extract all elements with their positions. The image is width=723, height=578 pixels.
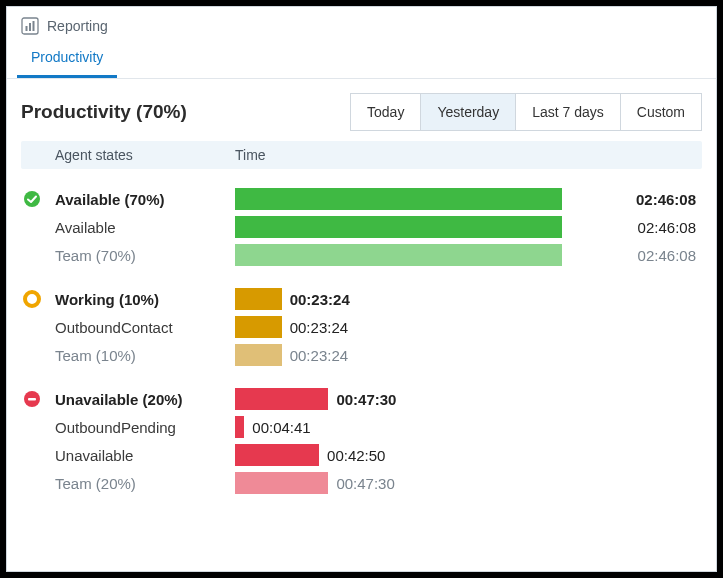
group-available: Available (70%)02:46:08Available02:46:08… (21, 169, 702, 269)
time-value: 02:46:08 (638, 247, 696, 264)
state-label: Unavailable (51, 447, 231, 464)
time-bar: 00:47:30 (235, 472, 702, 494)
state-label: Team (20%) (51, 475, 231, 492)
state-row: Available02:46:08 (21, 213, 702, 241)
time-value: 00:04:41 (252, 419, 310, 436)
time-bar-fill (235, 472, 328, 494)
window-header: Reporting (7, 7, 716, 41)
range-last7[interactable]: Last 7 days (515, 93, 621, 131)
time-bar-fill (235, 316, 282, 338)
time-bar: 02:46:08 (235, 216, 702, 238)
state-label: Team (10%) (51, 347, 231, 364)
time-bar-fill (235, 288, 282, 310)
time-bar-fill (235, 216, 562, 238)
window-title: Reporting (47, 18, 108, 34)
team-row: Team (70%)02:46:08 (21, 241, 702, 269)
time-bar-cell: 02:46:08 (231, 244, 702, 266)
table-header: Agent states Time (21, 141, 702, 169)
time-bar-cell: 00:23:24 (231, 288, 702, 310)
date-range-picker: Today Yesterday Last 7 days Custom (350, 93, 702, 131)
svg-rect-3 (33, 21, 35, 31)
time-bar: 00:04:41 (235, 416, 702, 438)
state-label: OutboundContact (51, 319, 231, 336)
tab-productivity[interactable]: Productivity (17, 41, 117, 78)
range-yesterday[interactable]: Yesterday (420, 93, 516, 131)
svg-point-5 (25, 292, 39, 306)
time-bar-cell: 00:47:30 (231, 388, 702, 410)
agent-states-table: Agent states Time Available (70%)02:46:0… (7, 141, 716, 497)
svg-rect-2 (29, 23, 31, 31)
time-bar-fill (235, 344, 282, 366)
bar-chart-icon (21, 17, 39, 35)
stop-icon (21, 390, 51, 408)
time-bar-cell: 00:47:30 (231, 472, 702, 494)
time-value: 00:23:24 (290, 347, 348, 364)
time-bar: 00:47:30 (235, 388, 702, 410)
time-value: 00:23:24 (290, 319, 348, 336)
time-value: 02:46:08 (636, 191, 696, 208)
state-label: OutboundPending (51, 419, 231, 436)
svg-rect-1 (26, 26, 28, 31)
state-label: Available (70%) (51, 191, 231, 208)
time-value: 00:42:50 (327, 447, 385, 464)
state-label: Available (51, 219, 231, 236)
time-bar: 00:23:24 (235, 316, 702, 338)
group-head-row: Available (70%)02:46:08 (21, 185, 702, 213)
time-bar-cell: 00:42:50 (231, 444, 702, 466)
check-icon (21, 190, 51, 208)
page-title: Productivity (70%) (21, 101, 187, 123)
time-bar-fill (235, 388, 328, 410)
state-row: Unavailable00:42:50 (21, 441, 702, 469)
time-bar: 00:23:24 (235, 344, 702, 366)
time-bar: 02:46:08 (235, 188, 702, 210)
time-value: 00:47:30 (336, 391, 396, 408)
column-time: Time (231, 147, 702, 163)
titlebar: Productivity (70%) Today Yesterday Last … (7, 79, 716, 141)
time-bar-fill (235, 244, 562, 266)
time-bar-cell: 02:46:08 (231, 188, 702, 210)
svg-rect-7 (28, 398, 36, 400)
svg-point-4 (24, 191, 40, 207)
group-working: Working (10%)00:23:24OutboundContact00:2… (21, 269, 702, 369)
tabs: Productivity (7, 41, 716, 79)
time-bar: 02:46:08 (235, 244, 702, 266)
team-row: Team (10%)00:23:24 (21, 341, 702, 369)
group-head-row: Working (10%)00:23:24 (21, 285, 702, 313)
team-row: Team (20%)00:47:30 (21, 469, 702, 497)
range-today[interactable]: Today (350, 93, 421, 131)
column-agent-states: Agent states (51, 147, 231, 163)
ring-icon (21, 290, 51, 308)
state-row: OutboundPending00:04:41 (21, 413, 702, 441)
state-row: OutboundContact00:23:24 (21, 313, 702, 341)
state-label: Working (10%) (51, 291, 231, 308)
time-bar-cell: 00:23:24 (231, 344, 702, 366)
group-unavailable: Unavailable (20%)00:47:30OutboundPending… (21, 369, 702, 497)
time-bar-cell: 00:23:24 (231, 316, 702, 338)
time-bar-fill (235, 188, 562, 210)
time-bar-fill (235, 416, 244, 438)
state-label: Unavailable (20%) (51, 391, 231, 408)
time-bar-cell: 02:46:08 (231, 216, 702, 238)
time-bar: 00:42:50 (235, 444, 702, 466)
state-label: Team (70%) (51, 247, 231, 264)
time-bar-fill (235, 444, 319, 466)
range-custom[interactable]: Custom (620, 93, 702, 131)
time-bar: 00:23:24 (235, 288, 702, 310)
time-value: 00:23:24 (290, 291, 350, 308)
time-bar-cell: 00:04:41 (231, 416, 702, 438)
group-head-row: Unavailable (20%)00:47:30 (21, 385, 702, 413)
time-value: 00:47:30 (336, 475, 394, 492)
time-value: 02:46:08 (638, 219, 696, 236)
reporting-window: Reporting Productivity Productivity (70%… (6, 6, 717, 572)
